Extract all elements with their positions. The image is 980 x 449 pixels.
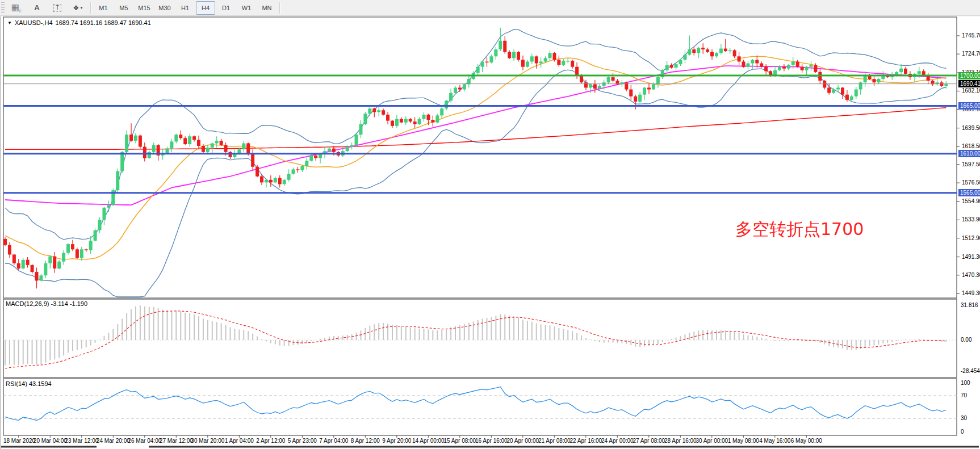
candle-body (517, 52, 520, 60)
price-badge-1700.00: 1700.00 (958, 72, 980, 79)
timeframe-button-h4[interactable]: H4 (196, 1, 215, 15)
date-axis-label: 28 Apr 16:00 (664, 438, 697, 444)
forecast-grid-button[interactable]: ▦F (7, 1, 26, 15)
candle-body (827, 87, 831, 93)
timeframe-button-d1[interactable]: D1 (216, 1, 236, 15)
candle-body (557, 60, 560, 65)
text-label-button[interactable]: A (27, 1, 47, 15)
candle-body (98, 220, 102, 230)
price-axis-label: 1639.50 (962, 125, 980, 131)
price-axis-label: 1745.70 (962, 32, 980, 39)
candle-body (53, 257, 56, 268)
candle-body (832, 90, 835, 93)
date-axis-label: 16 Apr 16:00 (475, 438, 508, 444)
candle-body (701, 48, 705, 49)
candle-body (332, 149, 336, 152)
candle-body (449, 93, 453, 101)
candle-body (445, 100, 448, 108)
candle-body (535, 56, 538, 63)
chevron-down-icon: ▾ (80, 5, 82, 10)
candle-body (422, 115, 425, 119)
candle-body (512, 52, 516, 58)
candle-body (458, 87, 462, 89)
candle-body (548, 53, 552, 58)
annotation-text[interactable]: 多空转折点1700 (735, 218, 864, 241)
price-axis-label: 1533.90 (962, 216, 980, 223)
candle-body (764, 67, 768, 72)
object-arrows-button[interactable]: ❖ ▾ (68, 1, 87, 15)
candle-body (463, 84, 466, 89)
timeframe-button-m30[interactable]: M30 (155, 1, 174, 15)
candle-body (625, 82, 628, 89)
date-axis-label: 24 Apr 00:00 (601, 438, 634, 444)
candle-body (66, 244, 70, 253)
candle-body (48, 257, 52, 263)
candle-body (760, 64, 763, 67)
candle-body (12, 254, 16, 263)
text-box-button[interactable]: T (48, 1, 67, 15)
price-badge-1665.00: 1665.00 (958, 102, 980, 110)
candle-body (755, 60, 759, 63)
candle-body (426, 115, 430, 120)
candle-body (206, 148, 210, 152)
candle-body (593, 84, 597, 89)
macd-axis-label: 31.816 (961, 302, 978, 308)
candle-body (435, 115, 439, 122)
candle-body (552, 53, 556, 60)
candle-body (57, 262, 61, 268)
timeframe-button-m1[interactable]: M1 (94, 1, 113, 15)
candle-body (413, 121, 417, 124)
candle-body (409, 119, 412, 122)
candle-body (202, 146, 205, 152)
object-arrows-icon: ❖ (73, 4, 79, 12)
chart-window[interactable]: ▼ XAUUSD-,H4 1689.74 1691.16 1689.47 169… (0, 16, 980, 449)
candle-body (440, 108, 443, 115)
candle-body (265, 180, 268, 183)
price-badge-1565.00: 1565.00 (958, 189, 980, 196)
candle-body (120, 152, 124, 171)
candle-body (904, 69, 907, 74)
candle-body (107, 205, 110, 208)
chart-title[interactable]: ▼ XAUUSD-,H4 1689.74 1691.16 1689.47 169… (7, 19, 151, 26)
timeframe-button-h1[interactable]: H1 (175, 1, 195, 15)
date-axis-label: 5 Apr 23:00 (288, 438, 317, 444)
candle-body (675, 64, 678, 68)
date-axis-label: 4 May 16:00 (759, 438, 790, 444)
candle-body (494, 49, 497, 56)
candle-body (899, 69, 903, 72)
date-axis-label: 22 Apr 16:00 (569, 438, 602, 444)
candle-body (386, 115, 390, 121)
top-toolbar: ▦F A T ❖ ▾ M1M5M15M30H1H4D1W1MN (0, 0, 980, 16)
candle-body (8, 245, 11, 255)
candle-body (269, 180, 273, 183)
candle-body (183, 138, 187, 144)
candle-body (508, 52, 511, 58)
candle-body (300, 166, 304, 170)
candle-body (229, 152, 232, 157)
toolbar-grip[interactable] (1, 2, 5, 14)
price-axis-label: 1491.30 (962, 254, 980, 260)
candle-body (80, 249, 83, 258)
price-axis-label: 1470.30 (962, 272, 980, 278)
candle-body (643, 87, 646, 94)
candle-body (368, 108, 371, 114)
candle-body (454, 87, 457, 93)
candle-body (796, 61, 799, 66)
candle-body (76, 249, 79, 258)
candle-body (575, 67, 579, 75)
candle-body (746, 64, 749, 67)
candle-body (719, 49, 723, 53)
symbol-dropdown-icon[interactable]: ▼ (7, 20, 12, 26)
timeframe-button-mn[interactable]: MN (257, 1, 277, 15)
date-axis-label: 21 Apr 08:00 (538, 438, 571, 444)
price-axis-label: 1597.50 (962, 161, 980, 167)
timeframe-button-w1[interactable]: W1 (237, 1, 256, 15)
candle-body (215, 141, 219, 144)
candle-body (791, 61, 795, 65)
date-axis-label: 9 Apr 20:00 (382, 438, 411, 444)
timeframe-button-m5[interactable]: M5 (114, 1, 133, 15)
candle-body (859, 82, 862, 89)
forecast-grid-icon: ▦F (11, 3, 22, 13)
candle-body (864, 75, 867, 82)
timeframe-button-m15[interactable]: M15 (135, 1, 154, 15)
